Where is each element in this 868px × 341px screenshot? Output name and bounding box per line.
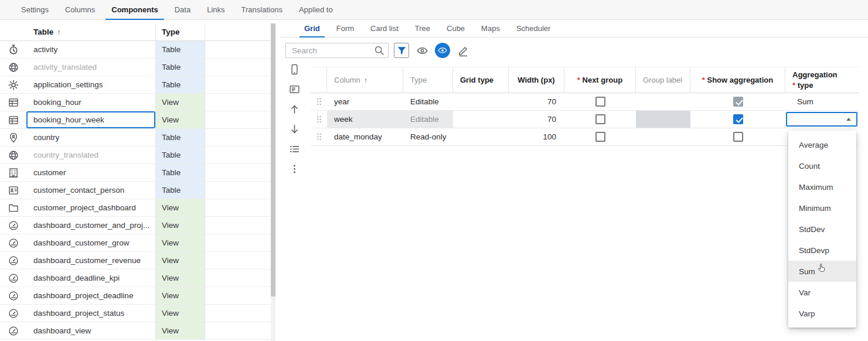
table-row-dashboard-view[interactable]: dashboard_viewView [0,322,271,340]
table-row-application-settings[interactable]: application_settingsTable [0,76,271,94]
component-tab-scheduler[interactable]: Scheduler [508,20,559,37]
main-tab-data[interactable]: Data [166,0,199,19]
table-row-customer-project-dashboard[interactable]: customer_project_dashboardView [0,199,271,217]
dropdown-option-count[interactable]: Count [788,155,856,176]
table-row-activity-translated[interactable]: activity_translatedTable [0,59,271,76]
main-tab-translations[interactable]: Translations [233,0,291,19]
dropdown-option-minimum[interactable]: Minimum [788,197,856,219]
gear-icon [8,79,19,91]
visibility-toggle-button[interactable] [435,43,450,58]
grid-row-week[interactable]: weekEditable70 [311,111,859,128]
grid-header-width-px[interactable]: Width (px) [509,67,564,93]
table-name: activity_translated [26,59,155,76]
table-name: customer_contact_person [26,182,155,199]
mobile-view-button[interactable] [287,62,301,76]
component-tab-tree[interactable]: Tree [407,20,438,37]
aggregation-type-combobox[interactable] [786,112,857,127]
mobile-icon [288,63,301,76]
table-column-header[interactable]: Table [26,23,155,40]
table-row-booking-hour[interactable]: booking_hourView [0,94,271,111]
building-icon [8,167,19,179]
table-row-dashboard-project-status[interactable]: dashboard_project_statusView [0,305,271,322]
column-type-cell: Editable [403,93,453,110]
move-down-button[interactable] [287,122,301,136]
table-type-badge: Table [155,146,205,163]
table-type-badge: View [155,287,205,304]
preview-button[interactable] [414,43,430,58]
dropdown-option-average[interactable]: Average [788,134,856,155]
table-type-badge: Table [155,76,205,93]
table-type-badge: View [155,270,205,287]
card-view-button[interactable] [287,82,301,96]
main-tab-bar: SettingsColumnsComponentsDataLinksTransl… [0,0,868,20]
table-row-country[interactable]: countryTable [0,129,271,146]
drag-handle-icon[interactable] [311,93,327,110]
grid-header-show-aggregation[interactable]: Show aggregation [690,67,785,93]
grid-header-grid-type[interactable]: Grid type [453,67,509,93]
icon-column-header [0,23,26,40]
show-aggregation-checkbox[interactable] [733,114,743,124]
grid-header-type[interactable]: Type [403,67,453,93]
main-tab-columns[interactable]: Columns [57,0,103,19]
component-tab-grid[interactable]: Grid [296,20,328,37]
tables-panel: Table Type activityTableactivity_transla… [0,20,275,341]
next-group-cell [564,111,636,128]
table-row-activity[interactable]: activityTable [0,41,271,59]
component-tab-cube[interactable]: Cube [438,20,473,37]
row-list-button[interactable] [287,142,301,156]
show-aggregation-checkbox[interactable] [733,132,743,142]
next-group-checkbox[interactable] [595,114,605,124]
component-tab-card-list[interactable]: Card list [362,20,407,37]
table-row-dashboard-customer-revenue[interactable]: dashboard_customer_revenueView [0,252,271,270]
grid-row-year[interactable]: yearEditable70Sum [311,93,859,111]
grid-header-column[interactable]: Column [327,67,403,93]
dropdown-option-sum[interactable]: Sum [788,261,856,282]
scrollbar-thumb[interactable] [271,23,275,296]
main-tab-settings[interactable]: Settings [13,0,57,19]
grid-row-date-monday[interactable]: date_mondayRead-only100 [311,128,859,146]
show-aggregation-checkbox[interactable] [733,97,743,107]
search-box [285,43,389,58]
next-group-checkbox[interactable] [595,132,605,142]
table-name: dashboard_project_status [26,305,155,322]
gauge-icon [8,325,19,337]
table-row-customer-contact-person[interactable]: customer_contact_personTable [0,182,271,199]
dropdown-option-stddevp[interactable]: StdDevp [788,240,856,261]
table-name: dashboard_project_deadline [26,287,155,304]
component-tab-form[interactable]: Form [328,20,362,37]
table-row-dashboard-project-deadline[interactable]: dashboard_project_deadlineView [0,287,271,305]
dropdown-option-maximum[interactable]: Maximum [788,176,856,197]
move-up-button[interactable] [287,102,301,116]
dropdown-option-stddev[interactable]: StdDev [788,219,856,240]
more-options-button[interactable] [287,162,301,176]
type-column-header[interactable]: Type [155,23,205,40]
components-panel: GridFormCard listTreeCubeMapsScheduler C… [281,20,868,341]
table-row-dashboard-deadline-kpi[interactable]: dashboard_deadline_kpiView [0,270,271,287]
main-tab-links[interactable]: Links [199,0,233,19]
dropdown-option-var[interactable]: Var [788,282,856,303]
table-row-dashboard-customer-and-proj[interactable]: dashboard_customer_and_proj...View [0,217,271,234]
table-type-badge: View [155,111,205,128]
edit-button[interactable] [455,43,471,58]
dropdown-option-varp[interactable]: Varp [788,303,856,324]
drag-handle-icon[interactable] [311,128,327,145]
search-icon [373,44,386,57]
group-label-cell [636,128,690,145]
table-list-scrollbar[interactable] [271,23,275,341]
next-group-checkbox[interactable] [595,97,605,107]
table-row-booking-hour-week[interactable]: booking_hour_weekView [0,111,271,129]
main-tab-applied-to[interactable]: Applied to [291,0,341,19]
grid-header-group-label[interactable]: Group label [636,67,690,93]
stopwatch-icon [8,44,19,56]
table-row-dashboard-customer-grow[interactable]: dashboard_customer_growView [0,234,271,252]
filter-button[interactable] [394,43,409,58]
table-row-country-translated[interactable]: country_translatedTable [0,146,271,164]
grid-header-aggregation-type[interactable]: Aggregationtype [785,67,859,93]
main-tab-components[interactable]: Components [103,0,166,19]
component-tab-maps[interactable]: Maps [473,20,508,37]
table-row-customer[interactable]: customerTable [0,164,271,182]
drag-handle-icon[interactable] [311,111,327,128]
search-input[interactable] [286,46,373,55]
grid-header-next-group[interactable]: Next group [564,67,636,93]
table-name: dashboard_view [26,322,155,339]
